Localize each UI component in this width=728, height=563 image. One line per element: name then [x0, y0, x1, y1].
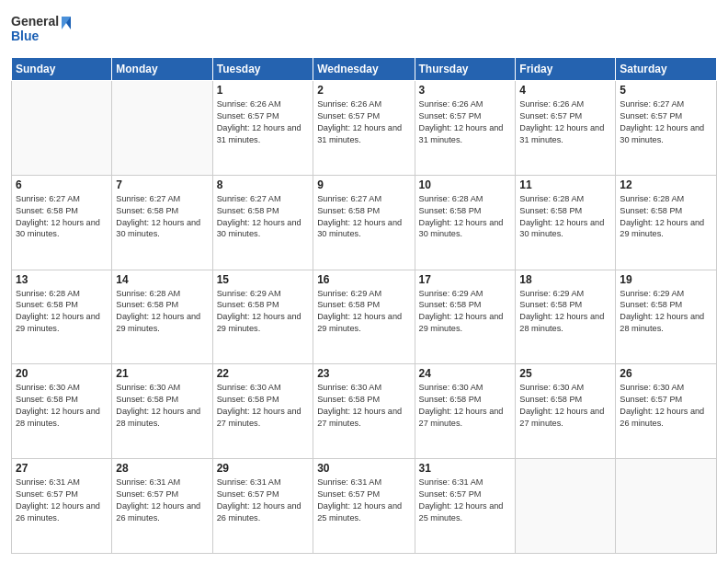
calendar-cell: 24Sunrise: 6:30 AM Sunset: 6:58 PM Dayli… — [415, 364, 516, 459]
day-info: Sunrise: 6:30 AM Sunset: 6:57 PM Dayligh… — [620, 382, 712, 430]
day-info: Sunrise: 6:31 AM Sunset: 6:57 PM Dayligh… — [16, 477, 108, 524]
calendar-cell: 7Sunrise: 6:27 AM Sunset: 6:58 PM Daylig… — [112, 175, 212, 270]
day-info: Sunrise: 6:27 AM Sunset: 6:58 PM Dayligh… — [116, 193, 208, 241]
calendar-week-row: 6Sunrise: 6:27 AM Sunset: 6:58 PM Daylig… — [12, 175, 717, 270]
calendar-cell: 8Sunrise: 6:27 AM Sunset: 6:58 PM Daylig… — [212, 175, 313, 270]
day-number: 15 — [217, 273, 310, 286]
day-info: Sunrise: 6:31 AM Sunset: 6:57 PM Dayligh… — [217, 477, 310, 524]
calendar-cell: 31Sunrise: 6:31 AM Sunset: 6:57 PM Dayli… — [415, 459, 516, 554]
col-wednesday: Wednesday — [313, 58, 415, 81]
svg-text:Blue: Blue — [11, 29, 40, 43]
calendar-week-row: 13Sunrise: 6:28 AM Sunset: 6:58 PM Dayli… — [12, 270, 717, 364]
calendar-cell: 21Sunrise: 6:30 AM Sunset: 6:58 PM Dayli… — [112, 364, 212, 459]
logo: General Blue — [11, 9, 75, 50]
col-tuesday: Tuesday — [212, 58, 313, 81]
day-number: 9 — [317, 178, 410, 191]
day-number: 30 — [317, 462, 410, 475]
day-info: Sunrise: 6:27 AM Sunset: 6:58 PM Dayligh… — [16, 193, 108, 241]
calendar-cell: 2Sunrise: 6:26 AM Sunset: 6:57 PM Daylig… — [313, 81, 415, 176]
day-number: 4 — [519, 84, 611, 97]
calendar-cell: 26Sunrise: 6:30 AM Sunset: 6:57 PM Dayli… — [616, 364, 717, 459]
day-number: 26 — [620, 367, 712, 380]
day-number: 10 — [419, 178, 512, 191]
col-friday: Friday — [516, 58, 616, 81]
day-info: Sunrise: 6:28 AM Sunset: 6:58 PM Dayligh… — [419, 193, 512, 241]
calendar-cell: 30Sunrise: 6:31 AM Sunset: 6:57 PM Dayli… — [313, 459, 415, 554]
calendar-cell: 15Sunrise: 6:29 AM Sunset: 6:58 PM Dayli… — [212, 270, 313, 364]
day-number: 19 — [620, 273, 712, 286]
day-info: Sunrise: 6:29 AM Sunset: 6:58 PM Dayligh… — [419, 288, 512, 336]
day-info: Sunrise: 6:30 AM Sunset: 6:58 PM Dayligh… — [16, 382, 108, 430]
calendar-cell: 3Sunrise: 6:26 AM Sunset: 6:57 PM Daylig… — [415, 81, 516, 176]
day-info: Sunrise: 6:30 AM Sunset: 6:58 PM Dayligh… — [317, 382, 410, 430]
day-number: 31 — [419, 462, 512, 475]
calendar-cell — [12, 81, 112, 176]
day-info: Sunrise: 6:31 AM Sunset: 6:57 PM Dayligh… — [317, 477, 410, 524]
day-number: 13 — [16, 273, 108, 286]
day-number: 8 — [217, 178, 310, 191]
day-info: Sunrise: 6:30 AM Sunset: 6:58 PM Dayligh… — [419, 382, 512, 430]
day-info: Sunrise: 6:31 AM Sunset: 6:57 PM Dayligh… — [116, 477, 208, 524]
day-number: 28 — [116, 462, 208, 475]
calendar-cell: 11Sunrise: 6:28 AM Sunset: 6:58 PM Dayli… — [516, 175, 616, 270]
day-info: Sunrise: 6:27 AM Sunset: 6:58 PM Dayligh… — [317, 193, 410, 241]
calendar-week-row: 27Sunrise: 6:31 AM Sunset: 6:57 PM Dayli… — [12, 459, 717, 554]
day-info: Sunrise: 6:30 AM Sunset: 6:58 PM Dayligh… — [519, 382, 611, 430]
day-info: Sunrise: 6:26 AM Sunset: 6:57 PM Dayligh… — [317, 98, 410, 146]
day-number: 20 — [16, 367, 108, 380]
day-info: Sunrise: 6:27 AM Sunset: 6:58 PM Dayligh… — [217, 193, 310, 241]
calendar-cell: 6Sunrise: 6:27 AM Sunset: 6:58 PM Daylig… — [12, 175, 112, 270]
day-number: 24 — [419, 367, 512, 380]
day-info: Sunrise: 6:29 AM Sunset: 6:58 PM Dayligh… — [317, 288, 410, 336]
col-monday: Monday — [112, 58, 212, 81]
day-number: 1 — [217, 84, 310, 97]
page: General Blue Sunday Monday Tuesday Wedne… — [0, 0, 728, 563]
calendar-cell: 20Sunrise: 6:30 AM Sunset: 6:58 PM Dayli… — [12, 364, 112, 459]
calendar-cell — [616, 459, 717, 554]
day-number: 6 — [16, 178, 108, 191]
calendar-cell: 9Sunrise: 6:27 AM Sunset: 6:58 PM Daylig… — [313, 175, 415, 270]
day-info: Sunrise: 6:29 AM Sunset: 6:58 PM Dayligh… — [519, 288, 611, 336]
day-number: 22 — [217, 367, 310, 380]
calendar-cell: 29Sunrise: 6:31 AM Sunset: 6:57 PM Dayli… — [212, 459, 313, 554]
day-info: Sunrise: 6:28 AM Sunset: 6:58 PM Dayligh… — [519, 193, 611, 241]
day-number: 7 — [116, 178, 208, 191]
calendar-cell: 25Sunrise: 6:30 AM Sunset: 6:58 PM Dayli… — [516, 364, 616, 459]
day-number: 11 — [519, 178, 611, 191]
day-info: Sunrise: 6:29 AM Sunset: 6:58 PM Dayligh… — [217, 288, 310, 336]
day-info: Sunrise: 6:28 AM Sunset: 6:58 PM Dayligh… — [620, 193, 712, 241]
header: General Blue — [11, 9, 717, 50]
calendar-cell — [516, 459, 616, 554]
day-info: Sunrise: 6:29 AM Sunset: 6:58 PM Dayligh… — [620, 288, 712, 336]
calendar-cell: 1Sunrise: 6:26 AM Sunset: 6:57 PM Daylig… — [212, 81, 313, 176]
logo-icon: General Blue — [11, 9, 75, 46]
day-number: 27 — [16, 462, 108, 475]
calendar-cell: 27Sunrise: 6:31 AM Sunset: 6:57 PM Dayli… — [12, 459, 112, 554]
day-number: 2 — [317, 84, 410, 97]
svg-text:General: General — [11, 14, 59, 29]
calendar-cell: 12Sunrise: 6:28 AM Sunset: 6:58 PM Dayli… — [616, 175, 717, 270]
day-info: Sunrise: 6:30 AM Sunset: 6:58 PM Dayligh… — [116, 382, 208, 430]
calendar-cell — [112, 81, 212, 176]
calendar-cell: 13Sunrise: 6:28 AM Sunset: 6:58 PM Dayli… — [12, 270, 112, 364]
calendar-cell: 4Sunrise: 6:26 AM Sunset: 6:57 PM Daylig… — [516, 81, 616, 176]
calendar-week-row: 1Sunrise: 6:26 AM Sunset: 6:57 PM Daylig… — [12, 81, 717, 176]
calendar-week-row: 20Sunrise: 6:30 AM Sunset: 6:58 PM Dayli… — [12, 364, 717, 459]
day-number: 21 — [116, 367, 208, 380]
day-number: 16 — [317, 273, 410, 286]
calendar-cell: 14Sunrise: 6:28 AM Sunset: 6:58 PM Dayli… — [112, 270, 212, 364]
day-info: Sunrise: 6:26 AM Sunset: 6:57 PM Dayligh… — [419, 98, 512, 146]
day-number: 5 — [620, 84, 712, 97]
calendar-cell: 22Sunrise: 6:30 AM Sunset: 6:58 PM Dayli… — [212, 364, 313, 459]
col-saturday: Saturday — [616, 58, 717, 81]
calendar-cell: 5Sunrise: 6:27 AM Sunset: 6:57 PM Daylig… — [616, 81, 717, 176]
day-info: Sunrise: 6:30 AM Sunset: 6:58 PM Dayligh… — [217, 382, 310, 430]
col-sunday: Sunday — [12, 58, 112, 81]
day-number: 3 — [419, 84, 512, 97]
day-number: 14 — [116, 273, 208, 286]
day-number: 29 — [217, 462, 310, 475]
calendar-cell: 17Sunrise: 6:29 AM Sunset: 6:58 PM Dayli… — [415, 270, 516, 364]
calendar-table: Sunday Monday Tuesday Wednesday Thursday… — [11, 57, 717, 554]
logo-block: General Blue — [11, 9, 75, 50]
calendar-cell: 23Sunrise: 6:30 AM Sunset: 6:58 PM Dayli… — [313, 364, 415, 459]
